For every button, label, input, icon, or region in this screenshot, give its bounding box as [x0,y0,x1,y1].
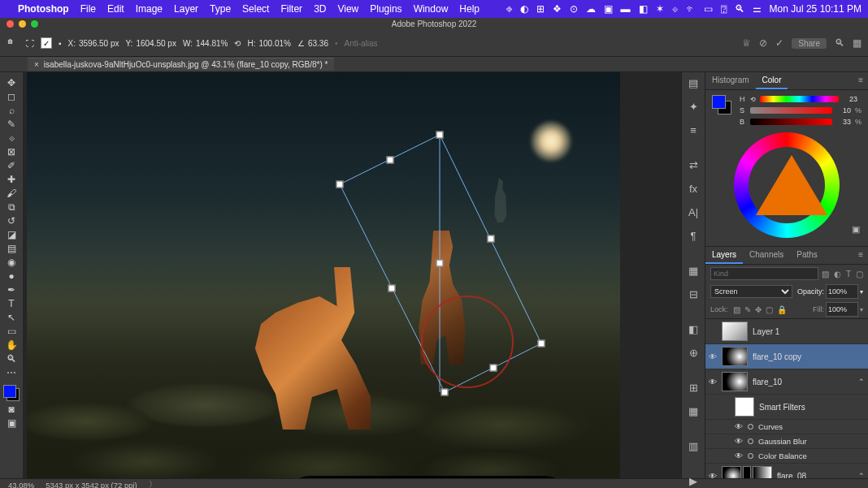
status-icon[interactable]: ◧ [639,3,648,15]
app-name[interactable]: Photoshop [18,3,69,15]
layer-thumb[interactable] [722,466,741,478]
visibility-toggle[interactable]: 👁 [709,472,717,479]
marquee-tool[interactable]: ◻ [2,89,21,103]
menu-window[interactable]: Window [414,3,449,15]
visibility-toggle[interactable]: 👁 [709,352,717,361]
zoom-level[interactable]: 43.08% [8,481,34,489]
menu-select[interactable]: Select [242,3,269,15]
link-indicator[interactable] [743,466,751,478]
history-brush-tool[interactable]: ↺ [2,214,21,227]
layer-effects-icon[interactable]: ⌃ [858,378,865,386]
lasso-tool[interactable]: ⌕ [2,103,21,117]
status-icon[interactable]: ⟐ [672,3,678,15]
hand-tool[interactable]: ✋ [2,338,21,352]
lock-all-icon[interactable]: 🔒 [777,305,787,314]
mask-thumb[interactable] [753,466,772,478]
panel-icon[interactable]: A| [685,206,701,218]
sat-value[interactable]: 10 [836,106,851,114]
smart-filters-row[interactable]: Smart Filters [705,395,868,420]
menu-image[interactable]: Image [136,3,163,15]
status-icon[interactable]: ✶ [656,3,664,15]
filter-adjust-icon[interactable]: ◐ [834,270,841,279]
visibility-toggle[interactable]: 👁 [709,378,717,387]
clock[interactable]: Mon Jul 25 10:11 PM [770,3,861,15]
healing-tool[interactable]: ✚ [2,172,21,186]
fill-input[interactable] [826,302,858,317]
tab-histogram[interactable]: Histogram [705,72,756,89]
filter-mask-thumb[interactable] [735,397,754,417]
menu-view[interactable]: View [337,3,358,15]
transform-icon[interactable]: ⛶ [26,39,34,48]
layer-thumb[interactable] [722,322,748,341]
filter-shape-icon[interactable]: ▢ [856,270,863,279]
menu-3d[interactable]: 3D [314,3,326,15]
filter-row[interactable]: 👁Gaussian Blur [705,434,868,449]
path-tool[interactable]: ↖ [2,310,21,324]
search-icon[interactable]: 🔍︎ [835,37,844,49]
reference-point-grid[interactable]: ▪ [59,39,62,48]
menu-help[interactable]: Help [459,3,480,15]
panel-icon[interactable]: ⊞ [685,382,701,394]
panel-icon[interactable]: fx [685,183,701,195]
frame-tool[interactable]: ⊠ [2,145,21,158]
reference-point-toggle[interactable]: ✓ [41,37,52,49]
pen-tool[interactable]: ✒ [2,283,21,296]
link-icon[interactable]: ⟲ [750,96,756,103]
filter-name[interactable]: Color Balance [758,451,807,460]
layer-thumb[interactable] [722,347,748,366]
angle-value[interactable]: 63.36 [308,39,328,48]
brush-tool[interactable]: 🖌 [2,186,21,200]
x-value[interactable]: 3596.50 px [79,39,119,48]
control-center-icon[interactable]: ⚌ [753,3,762,15]
status-icon[interactable]: ▬ [621,3,631,15]
status-icon[interactable]: ⍰ [721,3,727,15]
blur-tool[interactable]: ◉ [2,255,21,269]
share-button[interactable]: Share [792,38,827,49]
status-chevron[interactable]: 〉 [149,480,157,489]
panel-icon[interactable]: ⊕ [685,347,701,359]
layer-name[interactable]: Smart Filters [759,403,805,412]
status-icon[interactable]: ⊞ [536,3,545,15]
panel-icon[interactable]: ≡ [685,124,701,136]
cancel-transform-icon[interactable]: ⊘ [759,37,767,49]
quick-select-tool[interactable]: ✎ [2,117,21,131]
sat-slider[interactable] [750,107,832,114]
color-wheel[interactable] [734,132,840,238]
shape-tool[interactable]: ▭ [2,324,21,338]
lock-artboard-icon[interactable]: ▢ [766,305,773,314]
foreground-swatch[interactable] [3,385,16,398]
panel-icon[interactable]: ◧ [685,323,701,335]
home-icon[interactable]: 🏠︎ [7,37,20,50]
menu-filter[interactable]: Filter [280,3,302,15]
h-value[interactable]: 100.01% [258,39,290,48]
menu-type[interactable]: Type [210,3,231,15]
layer-filter-input[interactable] [710,267,818,280]
status-icon[interactable]: ☁ [586,3,596,15]
color-swatches[interactable] [2,384,20,402]
hue-slider[interactable] [760,96,839,102]
close-tab-icon[interactable]: × [34,60,39,69]
blend-mode-select[interactable]: Screen [710,285,792,298]
dodge-tool[interactable]: ● [2,269,21,283]
layer-thumb[interactable] [722,372,748,391]
w-value[interactable]: 144.81% [196,39,228,48]
screen-mode-icon[interactable]: ▣ [2,416,21,430]
filter-row[interactable]: 👁Color Balance [705,449,868,464]
antialias-label[interactable]: Anti-alias [344,39,377,48]
layer-name[interactable]: flare_10 copy [753,352,801,361]
layer-name[interactable]: flare_08 [777,472,806,479]
search-icon[interactable]: 🔍︎ [735,3,744,15]
panel-menu-icon[interactable]: ≡ [852,72,868,89]
filter-name[interactable]: Gaussian Blur [758,437,807,446]
battery-icon[interactable]: ▭ [704,3,713,15]
layer-name[interactable]: Layer 1 [753,327,779,336]
filter-pixel-icon[interactable]: ▨ [822,270,829,279]
panel-icon[interactable]: ✦ [685,101,701,113]
lock-move-icon[interactable]: ✥ [755,305,762,314]
eraser-tool[interactable]: ◪ [2,227,21,241]
clone-tool[interactable]: ⧉ [2,200,21,214]
menu-file[interactable]: File [80,3,96,15]
tab-paths[interactable]: Paths [790,247,824,264]
layer-effects-icon[interactable]: ⌃ [858,472,865,478]
wifi-icon[interactable]: ᯤ [686,3,696,15]
